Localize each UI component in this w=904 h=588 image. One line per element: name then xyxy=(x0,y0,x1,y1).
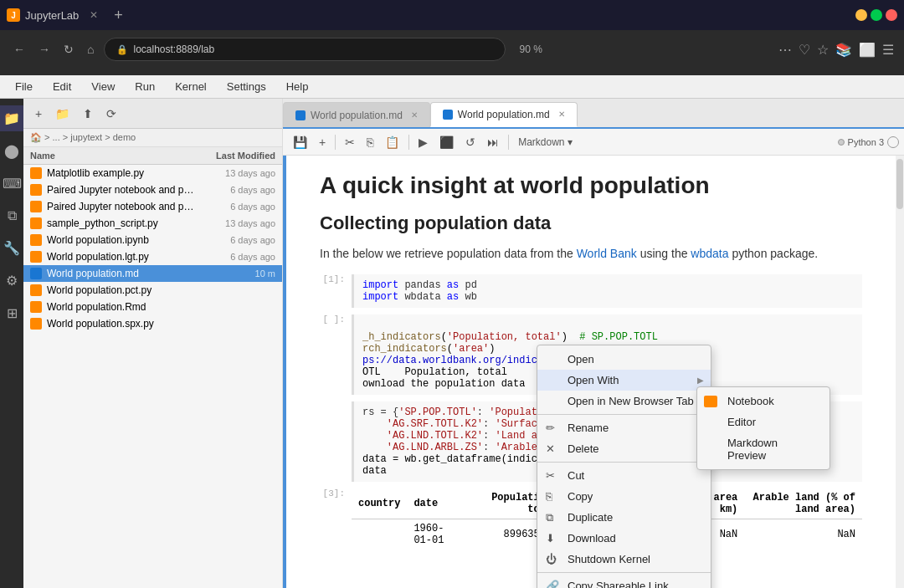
ctx-copy-shareable-link[interactable]: 🔗 Copy Shareable Link xyxy=(537,575,711,588)
list-item[interactable]: World population.lgt.py 6 days ago xyxy=(23,248,282,265)
md-icon xyxy=(295,110,306,120)
ctx-delete[interactable]: ✕ Delete xyxy=(537,438,711,459)
list-item[interactable]: World population.ipynb 6 days ago xyxy=(23,232,282,248)
md-icon-2 xyxy=(443,110,453,120)
tabs-icon[interactable]: ⧉ xyxy=(3,203,22,228)
delete-icon: ✕ xyxy=(546,442,555,455)
menu-file[interactable]: File xyxy=(7,77,41,96)
ctx-open-browser[interactable]: Open in New Browser Tab xyxy=(537,391,711,412)
cell-num-mid: [ ]: xyxy=(320,314,345,325)
ctx-cut[interactable]: ✂ Cut xyxy=(537,465,711,486)
menu-run[interactable]: Run xyxy=(126,77,163,96)
paste-cell-button[interactable]: 📋 xyxy=(380,133,404,151)
ctx-rename[interactable]: ✏ Rename xyxy=(537,417,711,438)
collections-button[interactable]: 📚 xyxy=(835,42,852,58)
save-button[interactable]: 💾 xyxy=(288,133,312,151)
cut-cell-button[interactable]: ✂ xyxy=(340,133,360,151)
list-item[interactable]: World population.spx.py xyxy=(23,315,282,332)
zoom-level[interactable]: 90 % xyxy=(512,40,548,59)
home-button[interactable]: ⌂ xyxy=(84,39,97,59)
wbdata-link[interactable]: wbdata xyxy=(691,247,728,260)
list-item-selected[interactable]: World population.md 10 m xyxy=(23,265,282,282)
run-button[interactable]: ▶ xyxy=(413,133,433,151)
table-col-country: country xyxy=(352,488,407,519)
code-block-1[interactable]: import pandas as pd import wbdata as wb xyxy=(352,274,862,308)
close-button[interactable] xyxy=(886,9,897,21)
scrollbar[interactable] xyxy=(896,156,904,588)
world-bank-link[interactable]: World Bank xyxy=(577,247,637,260)
minimize-button[interactable] xyxy=(855,9,867,21)
kernel-status-circle xyxy=(887,136,899,148)
sub-markdown-preview[interactable]: Markdown Preview xyxy=(697,432,830,466)
ctx-open-with[interactable]: Open With Notebook Editor Markdown Previ… xyxy=(537,370,711,391)
ctx-duplicate[interactable]: ⧉ Duplicate xyxy=(537,507,711,528)
cell-num-1: [1]: xyxy=(320,274,345,284)
ctx-shutdown-kernel[interactable]: ⏻ Shutdown Kernel xyxy=(537,549,711,570)
upload-button[interactable]: ⬆ xyxy=(78,104,98,124)
refresh-files-button[interactable]: ⟳ xyxy=(101,104,121,124)
menu-button[interactable]: ☰ xyxy=(882,42,894,58)
new-folder-button[interactable]: 📁 xyxy=(50,104,74,124)
table-cell: NaN xyxy=(744,519,862,550)
cell-type-dropdown[interactable]: Markdown ▾ xyxy=(513,134,578,151)
menu-help[interactable]: Help xyxy=(278,77,317,96)
table-col-arable: Arable land (% of land area) xyxy=(744,488,862,519)
duplicate-icon: ⧉ xyxy=(546,511,553,524)
ctx-copy[interactable]: ⎘ Copy xyxy=(537,486,711,507)
table-cell xyxy=(352,519,407,550)
cut-icon: ✂ xyxy=(546,469,555,482)
files-icon[interactable]: 📁 xyxy=(0,105,25,131)
new-tab-button[interactable]: + xyxy=(107,7,130,24)
copy-cell-button[interactable]: ⎘ xyxy=(362,133,378,151)
ctx-open[interactable]: Open xyxy=(537,349,711,370)
download-icon: ⬇ xyxy=(546,532,555,545)
interrupt-button[interactable]: ⬛ xyxy=(434,133,459,151)
restart-button[interactable]: ↺ xyxy=(460,133,480,151)
bookmark-heart-button[interactable]: ♡ xyxy=(799,42,810,58)
sub-editor[interactable]: Editor xyxy=(697,412,830,432)
sub-notebook[interactable]: Notebook xyxy=(697,391,830,412)
menu-kernel[interactable]: Kernel xyxy=(167,77,215,96)
tab2-close[interactable]: ✕ xyxy=(558,110,565,119)
ctx-separator-2 xyxy=(537,462,711,463)
bookmark-button[interactable]: ☆ xyxy=(817,42,829,58)
forward-button[interactable]: → xyxy=(35,39,54,59)
list-item[interactable]: Matplotlib example.py 13 days ago xyxy=(23,165,282,182)
scrollbar-thumb[interactable] xyxy=(896,159,903,209)
list-item[interactable]: World population.pct.py xyxy=(23,282,282,299)
extensions-button[interactable]: ⋯ xyxy=(778,42,792,58)
url-display: localhost:8889/lab xyxy=(133,43,214,55)
notebook-tab-2[interactable]: World population.md ✕ xyxy=(430,102,578,127)
settings-side-icon[interactable]: ⚙ xyxy=(1,268,23,294)
file-list: Matplotlib example.py 13 days ago Paired… xyxy=(23,165,282,588)
extensions-side-icon[interactable]: 🔧 xyxy=(0,235,25,261)
maximize-button[interactable] xyxy=(871,9,882,21)
list-item[interactable]: World population.Rmd xyxy=(23,299,282,315)
refresh-button[interactable]: ↻ xyxy=(60,39,77,59)
context-menu: Open Open With Notebook Editor xyxy=(537,345,711,588)
notebook-tab-1[interactable]: World population.md ✕ xyxy=(283,102,430,127)
list-item[interactable]: Paired Jupyter notebook and python ... 6… xyxy=(23,198,282,215)
ctx-separator xyxy=(537,414,711,415)
tab-close-btn[interactable]: ✕ xyxy=(87,8,100,22)
add-cell-button[interactable]: + xyxy=(314,133,331,151)
list-item[interactable]: sample_python_script.py 13 days ago xyxy=(23,215,282,232)
menu-view[interactable]: View xyxy=(83,77,123,96)
restart-run-button[interactable]: ⏭ xyxy=(482,133,504,151)
running-icon[interactable]: ⬤ xyxy=(0,138,24,164)
toolbar-sep xyxy=(335,135,336,150)
commands-icon[interactable]: ⌨ xyxy=(0,171,27,197)
tab1-close[interactable]: ✕ xyxy=(411,110,418,120)
copy-icon: ⎘ xyxy=(546,490,552,503)
menu-settings[interactable]: Settings xyxy=(218,77,275,96)
diff-icon[interactable]: ⊞ xyxy=(2,300,23,326)
browser-tab-button[interactable]: ⬜ xyxy=(859,42,876,58)
secure-icon: 🔒 xyxy=(116,44,128,55)
notebook-title: A quick insight at world population xyxy=(320,172,862,199)
menu-edit[interactable]: Edit xyxy=(44,77,80,96)
new-file-button[interactable]: + xyxy=(30,104,47,124)
back-button[interactable]: ← xyxy=(10,39,28,59)
ctx-download[interactable]: ⬇ Download xyxy=(537,528,711,549)
toolbar-sep-3 xyxy=(508,135,509,150)
list-item[interactable]: Paired Jupyter notebook and python ... 6… xyxy=(23,182,282,198)
